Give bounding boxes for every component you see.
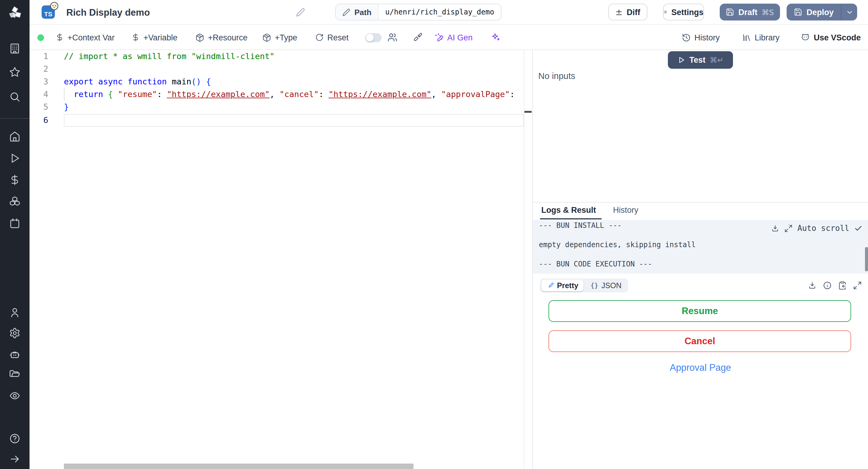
path-chip[interactable]: Path u/henri/rich_display_demo	[335, 4, 501, 21]
code-line-3: export async function main() {	[64, 75, 524, 88]
chevron-down-icon	[845, 8, 853, 16]
braces-icon: {}	[590, 282, 598, 289]
log-output: --- BUN INSTALL --- empty dependencies, …	[533, 220, 868, 274]
path-chip-label: Path	[336, 4, 378, 20]
play-icon	[677, 56, 685, 64]
sidebar-item-search[interactable]	[0, 91, 30, 102]
script-toolbar: +Context Var +Variable +Resource +Type R…	[30, 25, 868, 50]
approval-page-link[interactable]: Approval Page	[533, 362, 868, 373]
collaborators-button[interactable]	[388, 25, 397, 50]
format-code-button[interactable]	[413, 25, 423, 50]
topbar: TS Rich Display demo Path u/henri/rich_d…	[30, 0, 868, 25]
code-lines: // import * as wmill from "windmill-clie…	[64, 50, 524, 469]
editor-horizontal-scrollbar[interactable]	[64, 464, 413, 469]
line-number: 1	[30, 50, 48, 63]
code-line-1: // import * as wmill from "windmill-clie…	[64, 50, 524, 63]
result-view-switch: Pretty {} JSON	[540, 279, 628, 292]
windmill-logo-icon[interactable]	[0, 5, 30, 21]
cancel-button[interactable]: Cancel	[549, 330, 851, 352]
toggle-knob	[366, 34, 374, 41]
ai-gen-button[interactable]: AI Gen	[434, 25, 472, 50]
sidebar-item-favorites[interactable]	[0, 66, 30, 78]
history-icon	[682, 33, 691, 42]
log-controls: Auto scroll	[771, 224, 863, 233]
history-button[interactable]: History	[682, 25, 720, 50]
tab-logs-result[interactable]: Logs & Result	[541, 206, 596, 215]
diff-mode-toggle[interactable]	[365, 33, 381, 42]
use-vscode-button[interactable]: Use VScode	[801, 25, 861, 50]
line-number: 2	[30, 63, 48, 75]
line-number: 4	[30, 88, 48, 101]
copy-result-icon[interactable]	[838, 281, 847, 290]
package-icon	[262, 33, 271, 42]
add-variable-button[interactable]: +Variable	[131, 25, 178, 50]
deploy-button[interactable]: Deploy	[786, 4, 841, 21]
json-view-button[interactable]: {} JSON	[585, 280, 627, 291]
magic-wand-icon	[434, 33, 444, 42]
deploy-dropdown-button[interactable]	[841, 4, 857, 21]
sidebar-expand-icon[interactable]	[0, 453, 30, 465]
sidebar-item-runs[interactable]	[0, 153, 30, 164]
pen-icon	[547, 282, 554, 289]
reset-button[interactable]: Reset	[315, 25, 349, 50]
test-button[interactable]: Test ⌘↵	[668, 51, 733, 69]
line-number: 5	[30, 101, 48, 114]
refresh-icon	[315, 33, 324, 41]
sidebar	[0, 0, 30, 469]
line-number-active: 6	[30, 114, 48, 126]
draft-button[interactable]: Draft ⌘S	[720, 4, 780, 21]
run-panel: Test ⌘↵ No inputs Logs & Result History …	[533, 50, 868, 469]
library-icon	[742, 33, 751, 42]
log-line: --- BUN CODE EXECUTION ---	[539, 260, 652, 268]
add-context-var-button[interactable]: +Context Var	[56, 25, 115, 50]
code-line-4: return { "resume": "https://example.com"…	[64, 88, 524, 101]
editor-edge-line	[524, 50, 524, 469]
pretty-view-button[interactable]: Pretty	[541, 280, 584, 291]
active-tab-underline	[540, 218, 601, 219]
result-actions	[808, 281, 862, 290]
log-line: empty dependencies, skipping install	[539, 241, 695, 249]
path-value: u/henri/rich_display_demo	[378, 4, 501, 20]
sidebar-item-variables[interactable]	[0, 174, 30, 186]
check-icon[interactable]	[854, 224, 863, 232]
sidebar-item-users[interactable]	[0, 307, 30, 318]
add-type-button[interactable]: +Type	[262, 25, 297, 50]
settings-button[interactable]: Settings	[663, 4, 704, 21]
expand-result-icon[interactable]	[853, 281, 862, 290]
test-shortcut: ⌘↵	[710, 56, 724, 64]
add-resource-button[interactable]: +Resource	[195, 25, 247, 50]
tab-history[interactable]: History	[613, 206, 638, 215]
download-logs-icon[interactable]	[771, 224, 779, 232]
sidebar-item-workers[interactable]	[0, 349, 30, 361]
no-inputs-text: No inputs	[538, 71, 575, 81]
save-icon	[794, 8, 802, 16]
library-button[interactable]: Library	[742, 25, 780, 50]
info-icon[interactable]	[823, 281, 832, 290]
run-panel-divider	[533, 202, 868, 202]
sparkles-icon[interactable]	[491, 25, 500, 50]
sidebar-item-home[interactable]	[0, 131, 30, 142]
sidebar-item-schedules[interactable]	[0, 218, 30, 229]
sidebar-item-resources[interactable]	[0, 196, 30, 207]
download-result-icon[interactable]	[808, 281, 817, 290]
edit-title-pencil-icon[interactable]	[296, 8, 305, 17]
sidebar-item-folders[interactable]	[0, 369, 30, 380]
log-scrollbar-thumb[interactable]	[865, 247, 868, 271]
resume-button[interactable]: Resume	[549, 300, 851, 322]
sidebar-item-help[interactable]	[0, 433, 30, 444]
sidebar-item-workspace[interactable]	[0, 43, 30, 54]
gear-icon	[664, 8, 667, 16]
sidebar-divider	[0, 118, 30, 119]
sidebar-item-settings[interactable]	[0, 327, 30, 339]
content-area: 1 2 3 4 5 6 // import * as wmill from "w…	[30, 50, 868, 469]
app-window: TS Rich Display demo Path u/henri/rich_d…	[0, 0, 868, 469]
code-editor[interactable]: 1 2 3 4 5 6 // import * as wmill from "w…	[30, 50, 532, 469]
dollar-icon	[56, 33, 64, 41]
diff-button[interactable]: ± Diff	[608, 4, 647, 21]
vscode-cat-icon	[801, 33, 810, 42]
status-dot	[37, 34, 44, 41]
mascot-emoji-icon	[50, 2, 59, 10]
auto-scroll-label[interactable]: Auto scroll	[798, 224, 849, 233]
sidebar-item-audit-logs[interactable]	[0, 390, 30, 402]
expand-logs-icon[interactable]	[784, 224, 793, 232]
